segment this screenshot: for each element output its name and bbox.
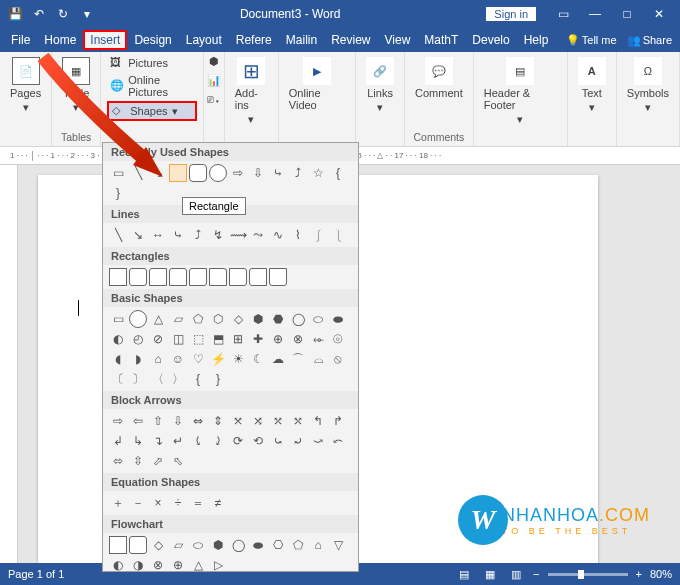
- shape-arrow[interactable]: ⇔: [189, 412, 207, 430]
- shape-arrow[interactable]: ↴: [149, 432, 167, 450]
- tab-math[interactable]: MathT: [417, 30, 465, 50]
- shape-basic[interactable]: ⌂: [149, 350, 167, 368]
- shape-basic[interactable]: ▭: [109, 310, 127, 328]
- shape-basic[interactable]: ◇: [229, 310, 247, 328]
- sign-in-button[interactable]: Sign in: [486, 7, 536, 21]
- shape-arrow[interactable]: ⤻: [309, 432, 327, 450]
- shape-basic[interactable]: ◖: [109, 350, 127, 368]
- links-button[interactable]: 🔗 Links▾: [362, 55, 398, 116]
- shape-line-10[interactable]: ⌇: [289, 226, 307, 244]
- shape-arrow[interactable]: ⬀: [149, 452, 167, 470]
- shape-flow[interactable]: ◐: [109, 556, 127, 572]
- tab-review[interactable]: Review: [324, 30, 377, 50]
- shape-oval[interactable]: [209, 164, 227, 182]
- shape-arrow[interactable]: ⬄: [109, 452, 127, 470]
- shape-arrow[interactable]: ⇦: [129, 412, 147, 430]
- shape-basic[interactable]: ☾: [249, 350, 267, 368]
- shape-rect-7[interactable]: [229, 268, 247, 286]
- web-layout-icon[interactable]: ▥: [507, 567, 525, 581]
- shape-rounded-rect[interactable]: [189, 164, 207, 182]
- shape-basic[interactable]: ⬣: [269, 310, 287, 328]
- shape-basic[interactable]: 〔: [109, 370, 127, 388]
- shape-flow[interactable]: [109, 536, 127, 554]
- shape-rect-4[interactable]: [169, 268, 187, 286]
- close-icon[interactable]: ✕: [648, 7, 670, 21]
- shape-flow[interactable]: ◯: [229, 536, 247, 554]
- shape-arrow[interactable]: ↵: [169, 432, 187, 450]
- read-mode-icon[interactable]: ▤: [455, 567, 473, 581]
- shape-arrow[interactable]: ⇨: [109, 412, 127, 430]
- shape-basic[interactable]: ✚: [249, 330, 267, 348]
- shape-flow[interactable]: ⊗: [149, 556, 167, 572]
- tell-me-search[interactable]: 💡 Tell me: [566, 34, 617, 47]
- shape-basic[interactable]: ⬒: [209, 330, 227, 348]
- shape-arrow[interactable]: ⟲: [249, 432, 267, 450]
- tab-mailings[interactable]: Mailin: [279, 30, 324, 50]
- shape-arrow[interactable]: ↳: [129, 432, 147, 450]
- maximize-icon[interactable]: □: [616, 7, 638, 21]
- shape-rect-9[interactable]: [269, 268, 287, 286]
- undo-icon[interactable]: ↶: [32, 7, 46, 21]
- shape-basic[interactable]: ⌒: [289, 350, 307, 368]
- vertical-ruler[interactable]: [0, 165, 18, 563]
- shape-basic[interactable]: △: [149, 310, 167, 328]
- shape-basic[interactable]: ◐: [109, 330, 127, 348]
- tab-layout[interactable]: Layout: [179, 30, 229, 50]
- shape-arrow[interactable]: ⬁: [169, 452, 187, 470]
- shape-rect-5[interactable]: [189, 268, 207, 286]
- chart-icon[interactable]: 📊: [207, 74, 221, 87]
- shape-arrow[interactable]: ⤱: [269, 412, 287, 430]
- shape-basic[interactable]: ⬭: [309, 310, 327, 328]
- shape-line-4[interactable]: ⤷: [169, 226, 187, 244]
- shape-basic[interactable]: ◫: [169, 330, 187, 348]
- tab-view[interactable]: View: [378, 30, 418, 50]
- shape-flow[interactable]: [129, 536, 147, 554]
- shape-arrow[interactable]: ⇩: [169, 412, 187, 430]
- shape-basic[interactable]: ⊘: [149, 330, 167, 348]
- shape-basic[interactable]: ◯: [289, 310, 307, 328]
- qat-dropdown-icon[interactable]: ▾: [80, 7, 94, 21]
- shape-flow[interactable]: ▽: [329, 536, 347, 554]
- page-indicator[interactable]: Page 1 of 1: [8, 568, 64, 580]
- shape-flow[interactable]: ⊕: [169, 556, 187, 572]
- shape-arrow[interactable]: ⤿: [269, 432, 287, 450]
- shape-rect-1[interactable]: [109, 268, 127, 286]
- shape-basic[interactable]: 〈: [149, 370, 167, 388]
- shape-down-arrow[interactable]: ⇩: [249, 164, 267, 182]
- shape-flow[interactable]: ◇: [149, 536, 167, 554]
- redo-icon[interactable]: ↻: [56, 7, 70, 21]
- shape-arrow[interactable]: ⇧: [149, 412, 167, 430]
- shape-flow[interactable]: △: [189, 556, 207, 572]
- shape-flow[interactable]: ▱: [169, 536, 187, 554]
- shape-line-5[interactable]: ⤴: [189, 226, 207, 244]
- shape-connector[interactable]: ⤷: [269, 164, 287, 182]
- shape-rect-3[interactable]: [149, 268, 167, 286]
- header-footer-button[interactable]: ▤ Header & Footer▾: [480, 55, 561, 128]
- shape-flow[interactable]: ⬢: [209, 536, 227, 554]
- shape-arrow[interactable]: ↲: [109, 432, 127, 450]
- zoom-slider[interactable]: [548, 573, 628, 576]
- zoom-out-icon[interactable]: −: [533, 568, 539, 580]
- tab-developer[interactable]: Develo: [465, 30, 516, 50]
- shape-line-8[interactable]: ⤳: [249, 226, 267, 244]
- shape-basic[interactable]: 〕: [129, 370, 147, 388]
- symbols-button[interactable]: Ω Symbols▾: [623, 55, 673, 116]
- shape-basic[interactable]: }: [209, 370, 227, 388]
- screenshot-icon[interactable]: ⎚▾: [207, 93, 221, 105]
- shape-basic[interactable]: ▱: [169, 310, 187, 328]
- shape-rect-6[interactable]: [209, 268, 227, 286]
- shape-rect-2[interactable]: [129, 268, 147, 286]
- shape-arrow[interactable]: ⤨: [249, 412, 267, 430]
- shape-eq[interactable]: ≠: [209, 494, 227, 512]
- shape-basic[interactable]: ⚡: [209, 350, 227, 368]
- shape-basic[interactable]: ⌓: [309, 350, 327, 368]
- shape-flow[interactable]: ⬠: [289, 536, 307, 554]
- shape-line-6[interactable]: ↯: [209, 226, 227, 244]
- shape-line-9[interactable]: ∿: [269, 226, 287, 244]
- shape-line-7[interactable]: ⟿: [229, 226, 247, 244]
- minimize-icon[interactable]: —: [584, 7, 606, 21]
- zoom-in-icon[interactable]: +: [636, 568, 642, 580]
- shape-elbow[interactable]: ⤴: [289, 164, 307, 182]
- shape-basic[interactable]: ⦾: [329, 330, 347, 348]
- shape-eq[interactable]: ×: [149, 494, 167, 512]
